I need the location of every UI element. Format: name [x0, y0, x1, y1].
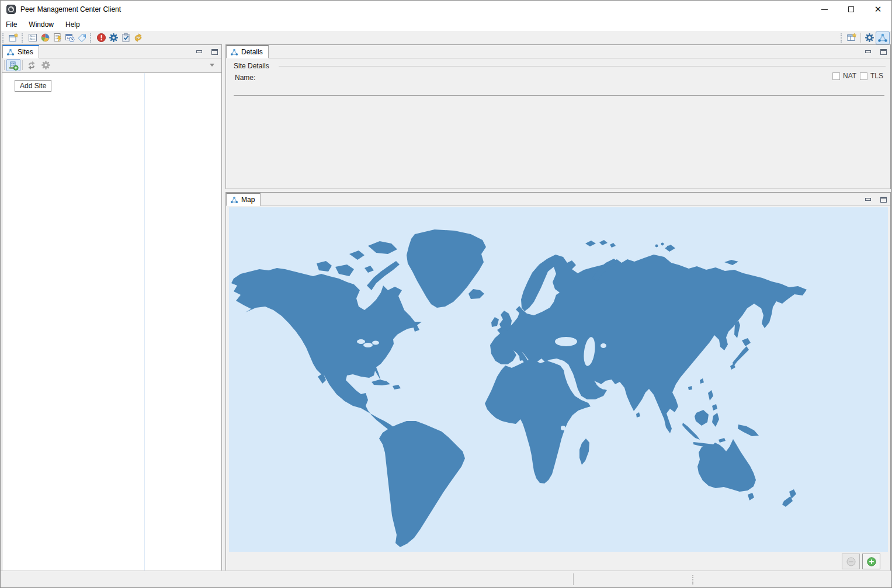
- network-icon: [230, 48, 238, 56]
- details-tab-row: Details: [226, 45, 890, 58]
- title-bar: Peer Management Center Client ✕: [1, 1, 891, 18]
- view-toolbar-separator: [4, 60, 5, 70]
- alert-icon: [96, 33, 106, 43]
- open-perspective-button[interactable]: [846, 32, 858, 44]
- workspace: Sites: [1, 44, 892, 572]
- event-document-icon: [53, 33, 63, 43]
- perspective-settings-button[interactable]: [863, 32, 876, 44]
- maximize-panel-button[interactable]: [210, 47, 219, 57]
- map-tab-row: Map: [226, 193, 890, 206]
- minimize-icon: [821, 9, 828, 10]
- gear-outline-icon: [865, 33, 874, 43]
- site-settings-button-disabled[interactable]: [39, 59, 53, 71]
- tab-map-label: Map: [241, 196, 255, 204]
- map-panel: Map: [225, 192, 891, 571]
- new-configuration-icon: [9, 33, 19, 43]
- menu-file[interactable]: File: [1, 18, 23, 31]
- details-content: Site Details Name: NAT TLS: [226, 58, 890, 189]
- panel-minimize-icon: [865, 50, 871, 53]
- tab-sites[interactable]: Sites: [2, 45, 39, 58]
- alerts-button[interactable]: [95, 32, 107, 44]
- window-minimize-button[interactable]: [811, 1, 838, 18]
- sites-view-toolbar: [2, 58, 221, 72]
- map-zoom-strip: [226, 552, 890, 570]
- pmc-perspective-button[interactable]: [876, 32, 890, 44]
- window-maximize-button[interactable]: [838, 1, 865, 18]
- toolbar-right-group: [839, 31, 890, 44]
- transfer-button-disabled[interactable]: [25, 59, 39, 71]
- sync-arrows-icon: [133, 33, 143, 43]
- task-clipboard-icon: [121, 33, 131, 43]
- properties-form-icon: [28, 33, 38, 43]
- sites-panel: Sites: [2, 44, 222, 571]
- preferences-button[interactable]: [107, 32, 120, 44]
- window-title: Peer Management Center Client: [20, 1, 121, 18]
- sites-tab-row: Sites: [2, 45, 221, 58]
- toolbar-drag-handle[interactable]: [841, 33, 845, 43]
- new-configuration-button[interactable]: [8, 32, 20, 44]
- tags-button[interactable]: [76, 32, 88, 44]
- toolbar-drag-handle[interactable]: [90, 33, 94, 43]
- site-details-section: Site Details: [234, 62, 269, 70]
- map-panel-buttons: [863, 193, 888, 206]
- zoom-out-icon: [846, 556, 856, 567]
- event-log-button[interactable]: [51, 32, 64, 44]
- app-window: Peer Management Center Client ✕ File Win…: [0, 0, 892, 588]
- name-label: Name:: [235, 74, 255, 82]
- pie-chart-icon: [40, 33, 50, 43]
- panel-maximize-icon: [880, 197, 887, 203]
- details-panel: Details Site Details Name: NAT: [225, 44, 891, 189]
- status-separator: [573, 573, 574, 585]
- minimize-panel-button[interactable]: [863, 47, 873, 57]
- tab-details[interactable]: Details: [226, 45, 269, 58]
- maximize-icon: [848, 6, 854, 12]
- map-zoom-in-button[interactable]: [862, 554, 880, 569]
- app-logo-icon: [6, 5, 16, 14]
- refresh-button[interactable]: [132, 32, 144, 44]
- map-content: [226, 206, 890, 570]
- name-field[interactable]: [234, 95, 884, 96]
- close-icon: ✕: [874, 5, 882, 14]
- tasks-button[interactable]: [120, 32, 132, 44]
- map-zoom-out-button[interactable]: [842, 554, 860, 569]
- tls-checkbox[interactable]: [860, 72, 867, 80]
- sites-tree[interactable]: Add Site: [2, 72, 221, 570]
- status-drag-handle[interactable]: [692, 575, 693, 584]
- schedule-calendar-icon: 12: [65, 33, 75, 43]
- panel-maximize-icon: [880, 49, 887, 55]
- open-perspective-icon: [847, 33, 857, 43]
- maximize-panel-button[interactable]: [879, 195, 888, 204]
- view-toolbar-separator: [22, 60, 23, 70]
- view-menu-icon[interactable]: [210, 64, 214, 67]
- network-perspective-icon: [877, 33, 888, 43]
- add-site-icon: [8, 60, 19, 71]
- add-site-tree-item[interactable]: Add Site: [15, 80, 51, 92]
- menu-window[interactable]: Window: [23, 18, 60, 31]
- window-close-button[interactable]: ✕: [865, 1, 891, 18]
- schedule-button[interactable]: 12: [64, 32, 76, 44]
- maximize-panel-button[interactable]: [879, 47, 888, 57]
- tab-map[interactable]: Map: [226, 193, 261, 206]
- tab-sites-label: Sites: [18, 48, 33, 56]
- section-rule: [279, 66, 886, 67]
- section-title: Site Details: [234, 62, 269, 70]
- statistics-button[interactable]: [39, 32, 51, 44]
- properties-view-button[interactable]: [27, 32, 39, 44]
- gear-icon: [109, 33, 119, 43]
- sites-panel-buttons: [195, 45, 219, 58]
- toolbar-drag-handle[interactable]: [22, 33, 26, 43]
- main-toolbar: 12: [1, 31, 891, 44]
- tls-checkbox-group: TLS: [860, 72, 883, 80]
- transfer-arrows-icon: [26, 60, 37, 71]
- toolbar-separator: [860, 33, 861, 43]
- tag-icon: [77, 33, 87, 43]
- minimize-panel-button[interactable]: [195, 47, 204, 57]
- menu-help[interactable]: Help: [60, 18, 86, 31]
- nat-checkbox[interactable]: [832, 72, 840, 80]
- world-map[interactable]: [229, 207, 888, 553]
- toolbar-drag-handle[interactable]: [2, 33, 6, 43]
- gear-disabled-icon: [41, 60, 51, 70]
- minimize-panel-button[interactable]: [863, 195, 873, 204]
- menu-bar: File Window Help: [1, 18, 891, 31]
- add-site-button[interactable]: [6, 59, 20, 71]
